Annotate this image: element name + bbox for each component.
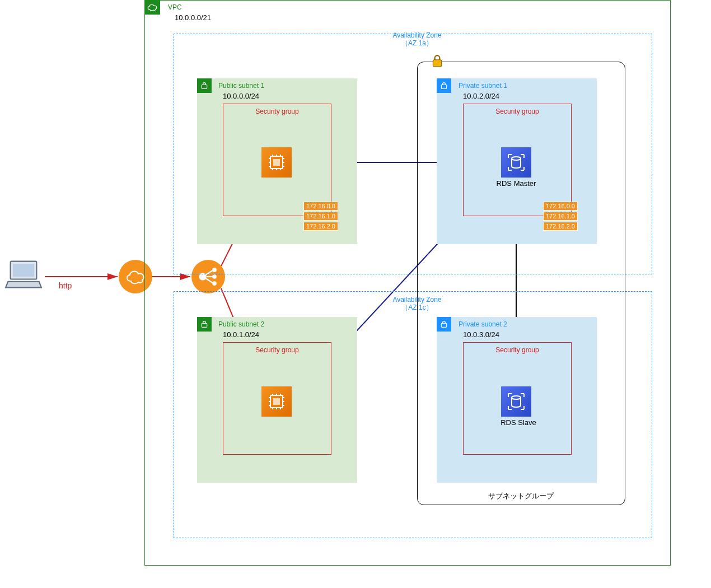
- private-subnet-2-cidr: 10.0.3.0/24: [463, 330, 499, 339]
- public-subnet-1-title: Public subnet 1: [218, 82, 264, 90]
- diagram-canvas: http VPC 10.0.0.0/21 Availability Zone （…: [0, 0, 711, 588]
- private-subnet-2-tag-icon: [437, 317, 451, 332]
- svg-point-33: [512, 157, 521, 160]
- private-subnet-1-cidr: 10.0.2.0/24: [463, 92, 499, 100]
- public-subnet-1-ips: 172.16.0.0 172.16.1.0 172.16.2.0: [303, 200, 338, 231]
- svg-line-15: [206, 278, 213, 283]
- public-subnet-2-sg-title: Security group: [223, 346, 331, 354]
- public-subnet-2-tag-icon: [197, 317, 212, 332]
- vpc-title: VPC: [168, 3, 182, 11]
- rds-slave-icon: [501, 386, 531, 417]
- public-subnet-2-cidr: 10.0.1.0/24: [223, 330, 259, 339]
- public-subnet-2-title: Public subnet 2: [218, 320, 264, 328]
- private-subnet-2-sg-title: Security group: [463, 346, 572, 354]
- svg-rect-36: [273, 398, 280, 405]
- svg-rect-32: [441, 85, 446, 88]
- az-1a-title: Availability Zone （AZ 1a）: [375, 31, 459, 47]
- ip-chip: 172.16.1.0: [543, 212, 578, 221]
- vpc-tag-icon: [144, 0, 160, 15]
- svg-point-11: [212, 274, 217, 279]
- svg-rect-16: [433, 60, 441, 67]
- ec2-instance-1-icon: [261, 147, 292, 178]
- ip-chip: 172.16.1.0: [303, 212, 338, 221]
- svg-point-50: [512, 396, 521, 399]
- rds-master-icon: [501, 147, 531, 178]
- svg-rect-17: [202, 85, 207, 88]
- ip-chip: 172.16.0.0: [543, 202, 578, 211]
- private-subnet-1-tag-icon: [437, 78, 451, 93]
- http-label: http: [59, 281, 72, 290]
- rds-slave-label: RDS Slave: [496, 418, 541, 427]
- private-subnet-2-title: Private subnet 2: [459, 320, 507, 328]
- public-subnet-1-cidr: 10.0.0.0/24: [223, 92, 259, 100]
- svg-rect-34: [202, 323, 207, 327]
- private-subnet-1-sg-title: Security group: [463, 108, 572, 115]
- svg-rect-19: [273, 159, 280, 166]
- ip-chip: 172.16.2.0: [303, 222, 338, 231]
- subnet-group-label: サブネットグループ: [417, 491, 624, 501]
- ec2-instance-2-icon: [261, 386, 292, 417]
- svg-rect-49: [441, 323, 446, 327]
- svg-point-12: [212, 281, 217, 286]
- vpc-cidr: 10.0.0.0/21: [175, 13, 211, 22]
- svg-rect-8: [13, 264, 34, 277]
- public-subnet-1-tag-icon: [197, 78, 212, 93]
- rds-master-label: RDS Master: [494, 179, 539, 188]
- ip-chip: 172.16.0.0: [303, 202, 338, 211]
- private-subnet-1-ips: 172.16.0.0 172.16.1.0 172.16.2.0: [543, 200, 578, 231]
- public-subnet-1-sg-title: Security group: [223, 108, 331, 115]
- private-subnet-1-title: Private subnet 1: [459, 82, 507, 90]
- subnet-group-lock-icon: [431, 55, 443, 67]
- ip-chip: 172.16.2.0: [543, 222, 578, 231]
- client-laptop-icon: [4, 258, 43, 291]
